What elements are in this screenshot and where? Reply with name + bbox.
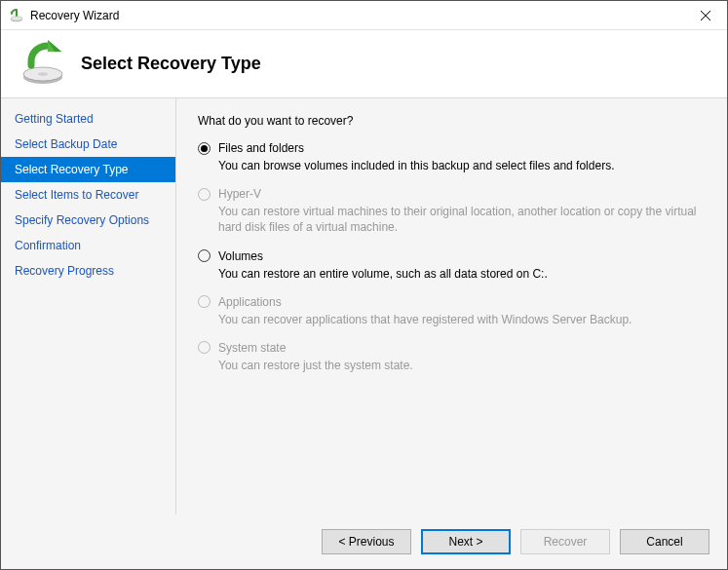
cancel-button[interactable]: Cancel <box>620 529 709 554</box>
recovery-icon <box>19 40 67 89</box>
window-title: Recovery Wizard <box>30 9 683 22</box>
page-title: Select Recovery Type <box>81 54 261 74</box>
option-description: You can restore just the system state. <box>218 358 706 373</box>
wizard-step-select-recovery-type[interactable]: Select Recovery Type <box>1 157 175 182</box>
titlebar: Recovery Wizard <box>1 1 727 30</box>
svg-point-1 <box>11 16 22 20</box>
radio-applications <box>198 295 211 308</box>
wizard-step-getting-started[interactable]: Getting Started <box>1 106 175 132</box>
radio-hyper-v <box>198 188 211 201</box>
option-description: You can recover applications that have r… <box>218 312 706 327</box>
wizard-step-select-backup-date[interactable]: Select Backup Date <box>1 132 175 157</box>
main-area: Getting StartedSelect Backup DateSelect … <box>1 98 727 514</box>
option-label: Hyper-V <box>218 187 261 201</box>
option-description: You can browse volumes included in this … <box>218 158 706 173</box>
wizard-footer: < Previous Next > Recover Cancel <box>1 514 727 569</box>
prompt-text: What do you want to recover? <box>198 114 706 128</box>
close-button[interactable] <box>683 1 727 30</box>
option-description: You can restore an entire volume, such a… <box>218 266 706 282</box>
option-description: You can restore virtual machines to thei… <box>218 204 706 235</box>
wizard-header: Select Recovery Type <box>1 30 727 98</box>
option-label: System state <box>218 341 286 355</box>
next-button[interactable]: Next > <box>421 529 511 554</box>
wizard-step-confirmation[interactable]: Confirmation <box>1 233 175 258</box>
wizard-step-recovery-progress[interactable]: Recovery Progress <box>1 258 175 284</box>
svg-marker-2 <box>10 12 14 14</box>
wizard-steps-sidebar: Getting StartedSelect Backup DateSelect … <box>1 98 176 514</box>
option-label: Volumes <box>218 249 263 263</box>
option-label: Files and folders <box>218 141 304 155</box>
option-label: Applications <box>218 295 282 309</box>
radio-system-state <box>198 341 211 354</box>
app-icon <box>9 8 24 23</box>
option-system-state: System stateYou can restore just the sys… <box>198 341 706 373</box>
option-files-and-folders[interactable]: Files and foldersYou can browse volumes … <box>198 141 706 173</box>
svg-point-7 <box>38 72 48 76</box>
option-applications: ApplicationsYou can recover applications… <box>198 295 706 327</box>
option-hyper-v: Hyper-VYou can restore virtual machines … <box>198 187 706 235</box>
option-volumes[interactable]: VolumesYou can restore an entire volume,… <box>198 249 706 282</box>
wizard-content: What do you want to recover? Files and f… <box>176 98 727 514</box>
radio-volumes[interactable] <box>198 249 211 262</box>
radio-files-and-folders[interactable] <box>198 142 211 155</box>
previous-button[interactable]: < Previous <box>322 529 411 554</box>
wizard-step-select-items-to-recover[interactable]: Select Items to Recover <box>1 182 175 208</box>
wizard-step-specify-recovery-options[interactable]: Specify Recovery Options <box>1 208 175 233</box>
recover-button: Recover <box>520 529 610 554</box>
